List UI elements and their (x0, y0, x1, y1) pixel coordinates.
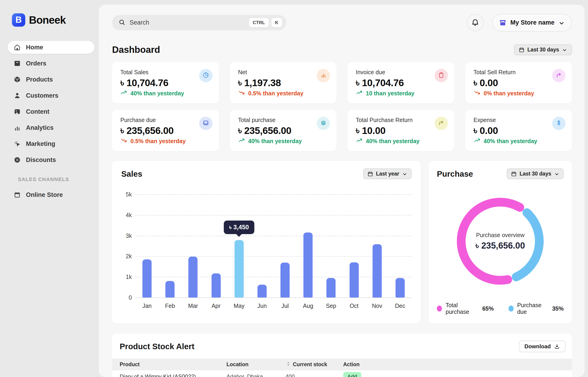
trend-up-icon (238, 137, 245, 145)
stat-card-purchase-due: Purchase due৳ 235,656.000.5% than yester… (112, 110, 219, 151)
stat-trend-text: 10 than yesterday (366, 90, 414, 97)
stat-card-total-purchase: Total purchase৳ 235,656.0040% than yeste… (230, 110, 337, 151)
y-axis-tick: 3k (126, 232, 132, 239)
sidebar-item-home[interactable]: Home (8, 41, 94, 54)
sort-icon (286, 361, 291, 368)
add-stock-button[interactable]: Add (343, 372, 361, 377)
bar-may[interactable] (234, 240, 244, 297)
sidebar-item-label: Products (26, 76, 53, 83)
search-bar[interactable]: CTRLK (112, 15, 286, 30)
legend-percent: 35% (552, 305, 564, 312)
bar-apr[interactable] (212, 273, 221, 297)
purchase-chart-card: Purchase Last 30 days Purchase overview … (429, 161, 572, 323)
table-row[interactable]: Diary of a Wimpy Kid (AS0022)Adabor, Dha… (112, 370, 572, 377)
page-heading-row: Dashboard Last 30 days (112, 44, 572, 55)
sidebar-item-orders[interactable]: Orders (8, 57, 94, 70)
sidebar-item-label: Orders (26, 60, 46, 67)
bar-dec[interactable] (395, 278, 405, 297)
stat-label: Purchase due (120, 117, 212, 123)
purchase-date-filter-button[interactable]: Last 30 days (507, 168, 564, 179)
sidebar-item-content[interactable]: Content (8, 105, 94, 118)
stat-trend-text: 0.5% than yesterday (130, 138, 185, 144)
online-store-icon (13, 191, 21, 199)
inbox-icon-badge (199, 117, 212, 130)
notifications-button[interactable] (467, 14, 484, 31)
bar-oct[interactable] (350, 262, 359, 297)
bar-column-jul (274, 194, 297, 297)
sidebar-item-marketing[interactable]: Marketing (8, 137, 94, 150)
sales-filter-label: Last year (376, 171, 399, 177)
stats-grid: Total Sales৳ 10,704.7640% than yesterday… (112, 62, 572, 151)
clipboard-icon-badge (435, 69, 448, 82)
return-arrow-icon-badge (552, 69, 565, 82)
stat-label: Net (238, 69, 329, 76)
sidebar-item-customers[interactable]: Customers (8, 89, 94, 102)
stat-value: ৳ 10,704.76 (356, 77, 447, 88)
sidebar-item-label: Customers (26, 92, 58, 99)
topbar-right: My Store name (467, 14, 572, 32)
stat-card-total-purchase-return: Total Purchase Return৳ 10.0040% than yes… (347, 110, 454, 151)
return-arrow-icon (438, 119, 445, 127)
sidebar-item-analytics[interactable]: Analytics (8, 121, 94, 134)
trend-up-icon (474, 137, 481, 145)
x-axis-label: Mar (182, 303, 204, 309)
purchase-card-header: Purchase Last 30 days (437, 168, 564, 179)
return-arrow-icon-badge (435, 117, 448, 130)
bar-column-feb (159, 194, 182, 297)
bar-mar[interactable] (188, 257, 197, 297)
orders-icon (13, 60, 21, 67)
pie-chart-icon (202, 72, 209, 80)
x-axis-label: Jun (251, 303, 274, 309)
stat-value: ৳ 1,197.38 (238, 77, 329, 88)
bar-nov[interactable] (373, 244, 382, 297)
legend-item-purchase-due: Purchase due35% (508, 302, 564, 315)
layers-icon (320, 119, 327, 127)
purchase-title: Purchase (437, 169, 473, 178)
legend-dot-icon (508, 306, 514, 312)
column-header-current-stock[interactable]: Current stock (286, 361, 343, 368)
inbox-icon (202, 119, 209, 127)
dollar-icon (555, 119, 562, 127)
sidebar-item-label: Discounts (26, 156, 56, 164)
y-axis-tick: 2k (126, 253, 132, 259)
legend-label: Purchase due (517, 302, 547, 315)
bar-column-mar (182, 194, 204, 297)
table-header-row: ProductLocationCurrent stockAction (112, 359, 572, 370)
column-label: Location (227, 361, 249, 368)
sidebar-item-online-store[interactable]: Online Store (8, 188, 94, 201)
x-axis-label: Oct (343, 303, 366, 309)
sidebar-item-discounts[interactable]: Discounts (8, 153, 94, 166)
store-name-label: My Store name (510, 19, 554, 26)
bar-jan[interactable] (142, 259, 152, 297)
x-axis-label: May (228, 303, 251, 309)
dashboard-date-filter-button[interactable]: Last 30 days (514, 44, 572, 55)
store-switcher-button[interactable]: My Store name (492, 14, 572, 32)
bar-jun[interactable] (257, 285, 267, 297)
bar-feb[interactable] (165, 281, 174, 297)
sales-date-filter-button[interactable]: Last year (363, 168, 412, 179)
bar-column-apr (205, 194, 228, 297)
purchase-filter-label: Last 30 days (519, 171, 551, 177)
legend-dot-icon (437, 306, 442, 312)
bar-chart-icon-badge (317, 69, 330, 82)
bar-sep[interactable] (326, 278, 335, 297)
stat-label: Total Purchase Return (356, 117, 447, 123)
sidebar-item-products[interactable]: Products (8, 73, 94, 86)
download-button[interactable]: Download (519, 341, 565, 352)
column-header-location: Location (227, 361, 286, 368)
trend-up-icon (356, 137, 363, 145)
marketing-icon (13, 140, 21, 147)
bar-jul[interactable] (280, 263, 290, 297)
home-icon (13, 44, 21, 51)
bar-aug[interactable] (303, 233, 313, 297)
bar-column-may: ৳ 3,450 (228, 194, 251, 297)
discounts-icon (13, 156, 21, 164)
dollar-icon-badge (552, 117, 565, 130)
search-input[interactable] (129, 19, 245, 26)
stat-label: Total purchase (238, 117, 329, 123)
bar-column-dec (389, 194, 412, 297)
bar-column-oct (343, 194, 366, 297)
x-axis-label: Dec (389, 303, 412, 309)
trend-down-icon (474, 89, 481, 97)
x-axis-label: Apr (205, 303, 228, 309)
